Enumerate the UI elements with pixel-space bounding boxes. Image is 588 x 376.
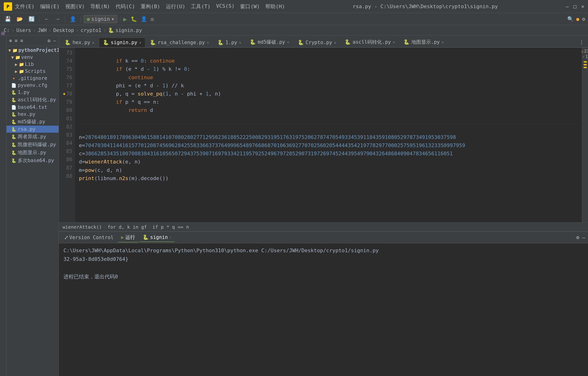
scripts-folder-icon: 📁 (19, 69, 24, 74)
code-area[interactable]: if k == 0: continue if (e * d - 1) % k !… (75, 48, 582, 222)
tree-item-rsa[interactable]: 🐍 rsa.py (7, 126, 59, 133)
menu-vcs[interactable]: VCS(S) (216, 3, 234, 10)
menu-help[interactable]: 帮助(H) (265, 3, 285, 10)
tab-rsachallenge[interactable]: 🐍 rsa_challenge.py ✕ (146, 38, 213, 47)
search-icon[interactable]: 🔍 (567, 16, 574, 22)
tree-item-venv[interactable]: ▼ 📁 venv (7, 54, 59, 61)
tab-crypto[interactable]: 🐍 Crypto.py ✕ (294, 38, 340, 47)
py-file-icon: 🐍 (11, 97, 16, 102)
tree-item-pyvenv[interactable]: 📄 pyvenv.cfg (7, 82, 59, 89)
file-tree: ▼ 📁 pythonProject1 D:\112 ▼ 📁 venv ▶ 📁 L… (7, 46, 59, 376)
tree-item-project[interactable]: ▼ 📁 pythonProject1 D:\112 (7, 47, 59, 54)
terminal-output1: 32-95a3-8d053e0d0764} (63, 255, 583, 264)
breadcrumb-file[interactable]: 🐍 signin.py (108, 28, 142, 33)
tab-map[interactable]: 🐍 地图显示.py ✕ (399, 37, 448, 47)
sidebar-expand-icon[interactable]: ≡ (20, 37, 24, 44)
forward-button[interactable]: → (53, 15, 62, 23)
ascll-label: ascll码转化.py (18, 97, 56, 103)
menu-tools[interactable]: 工具(T) (191, 3, 210, 10)
save-button[interactable]: 💾 (3, 15, 13, 23)
tree-item-scripts[interactable]: ▶ 📁 Scripts (7, 68, 59, 75)
tree-item-map[interactable]: 🐍 地图显示.py (7, 149, 59, 156)
breadcrumb-crypto1[interactable]: crypto1 (81, 28, 102, 33)
sidebar-settings-icon[interactable]: ⚙ (47, 37, 51, 44)
tab-hex-close[interactable]: ✕ (92, 40, 94, 45)
sidebar-close-icon[interactable]: — (52, 37, 57, 44)
editor-breadcrumb: wienerAttack() › for d, k in gf › if p *… (59, 222, 588, 231)
menu-navigate[interactable]: 导航(N) (90, 3, 110, 10)
profile-run-button[interactable]: 👤 (141, 16, 147, 22)
breadcrumb-desktop[interactable]: Desktop (53, 28, 74, 33)
menu-window[interactable]: 窗口(W) (240, 3, 260, 10)
folder-icon: ▶ (15, 62, 18, 67)
py-file-icon: 🐍 (11, 119, 16, 124)
bottom-settings-icon[interactable]: ⚙ (576, 234, 579, 240)
tab-1py[interactable]: 🐍 1.py ✕ (213, 38, 245, 47)
bottom-tab-signin[interactable]: 🐍 signin ✕ (139, 233, 175, 242)
caesar-label: 凯撒密码爆破.py (18, 141, 56, 148)
tree-item-gitignore[interactable]: 🔸 .gitignore (7, 75, 59, 82)
notification-icon[interactable]: ● (576, 16, 579, 22)
tree-item-multib64[interactable]: 🐍 多次base64.py (7, 156, 59, 165)
menu-code[interactable]: 代码(C) (116, 3, 135, 10)
minimize-button[interactable]: — (566, 3, 569, 9)
tab-md5-close[interactable]: ✕ (287, 40, 289, 44)
tree-item-md5[interactable]: 🐍 md5爆破.py (7, 118, 59, 126)
sidebar-collapse-icon[interactable]: ≡ (14, 37, 18, 44)
back-button[interactable]: ← (42, 15, 51, 23)
settings-icon[interactable]: ⚙ (582, 16, 585, 22)
editor-margin: ⚠ 23 ✓ 1 (582, 48, 588, 222)
signin-tab-icon: 🐍 (143, 234, 149, 240)
open-button[interactable]: 📂 (15, 15, 25, 23)
tab-hex[interactable]: 🐍 hex.py ✕ (61, 38, 98, 47)
close-button[interactable]: ✕ (581, 3, 584, 9)
refresh-button[interactable]: 🔄 (27, 15, 37, 23)
menu-file[interactable]: 文件(E) (15, 3, 34, 10)
bottom-minimize-icon[interactable]: — (582, 234, 585, 240)
maximize-button[interactable]: □ (573, 3, 576, 9)
bottom-tab-run[interactable]: ▶ 运行 (118, 232, 139, 243)
signin-dropdown[interactable]: ● signin ▾ (84, 15, 117, 23)
sidebar-toolbar: ⊕ ≡ ≡ ⚙ — (7, 35, 59, 46)
menu-refactor[interactable]: 重构(B) (141, 3, 160, 10)
tab-overflow-button[interactable]: ⋮ (577, 38, 586, 47)
tab-ascll-close[interactable]: ✕ (393, 40, 395, 44)
debug-button[interactable]: 🐛 (131, 16, 137, 22)
tab-crypto-close[interactable]: ✕ (334, 40, 336, 45)
tree-item-ascll[interactable]: 🐍 ascll码转化.py (7, 96, 59, 104)
tab-rsachallenge-close[interactable]: ✕ (207, 40, 209, 45)
tab-signin-close[interactable]: ✕ (139, 40, 141, 45)
tree-item-caesar[interactable]: 🐍 凯撒密码爆破.py (7, 141, 59, 149)
tree-item-hex[interactable]: 🐍 hex.py (7, 111, 59, 118)
rsa-label: rsa.py (18, 126, 35, 132)
warning-marker-3 (584, 67, 587, 68)
tab-signin[interactable]: 🐍 signin.py ✕ (99, 38, 145, 47)
folder-icon: ▶ (15, 69, 18, 74)
folder-icon: ▼ (11, 55, 14, 60)
breadcrumb-jwh[interactable]: JWH (38, 28, 47, 33)
stop-button[interactable]: ■ (151, 16, 154, 22)
menu-view[interactable]: 视图(V) (65, 3, 85, 10)
tree-item-lib[interactable]: ▶ 📁 Lib (7, 61, 59, 68)
bottom-tab-version-control[interactable]: ⑇ Version Control (62, 233, 117, 242)
tab-md5[interactable]: 🐍 md5爆破.py ✕ (246, 37, 293, 47)
run-button[interactable]: ▶ (123, 16, 127, 23)
txt-file-icon: 📄 (11, 105, 16, 110)
tab-ascll[interactable]: 🐍 ascll码转化.py ✕ (341, 37, 399, 47)
dropdown-arrow: ▾ (111, 16, 114, 22)
breadcrumb-c[interactable]: C: (4, 28, 10, 33)
signin-icon: ● (87, 16, 90, 22)
tree-item-base64[interactable]: 📄 base64.txt (7, 104, 59, 111)
profile-button[interactable]: 👤 (68, 15, 78, 23)
menu-run[interactable]: 运行(U) (166, 3, 186, 10)
breadcrumb-users[interactable]: Users (16, 28, 31, 33)
tree-item-xor[interactable]: 🐍 两者异或.py (7, 133, 59, 141)
tab-1py-close[interactable]: ✕ (239, 40, 241, 45)
warning-count: ⚠ 23 (581, 49, 588, 54)
version-control-icon: ⑇ (65, 235, 68, 240)
signin-tab-close[interactable]: ✕ (169, 235, 171, 239)
sidebar-sync-icon[interactable]: ⊕ (8, 37, 13, 44)
menu-edit[interactable]: 编辑(E) (40, 3, 60, 10)
tab-map-close[interactable]: ✕ (442, 40, 444, 44)
tree-item-1py[interactable]: 🐍 1.py (7, 89, 59, 96)
